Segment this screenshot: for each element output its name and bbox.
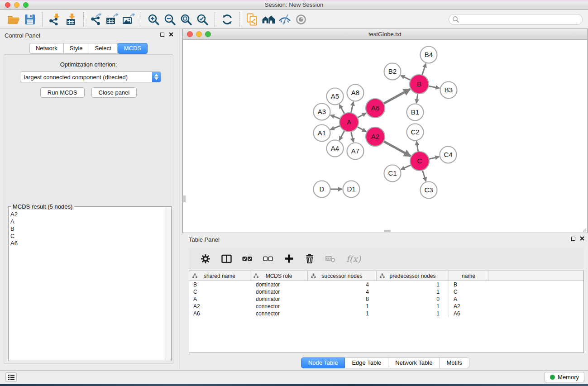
refresh-button[interactable]: [219, 12, 235, 27]
table-cell[interactable]: A6: [189, 310, 250, 317]
table-cell[interactable]: C: [449, 288, 488, 295]
close-panel-button[interactable]: Close panel: [91, 87, 137, 98]
show-graphics-details-button[interactable]: [293, 12, 309, 27]
table-cell[interactable]: A6: [449, 310, 488, 317]
node-B3[interactable]: B3: [440, 82, 457, 99]
open-session-button[interactable]: [5, 12, 22, 27]
node-A2[interactable]: A2: [366, 127, 385, 146]
column-header-successor-nodes[interactable]: successor nodes: [308, 271, 377, 281]
node-B[interactable]: B: [410, 75, 429, 94]
node-C1[interactable]: C1: [384, 165, 401, 182]
run-mcds-button[interactable]: Run MCDS: [40, 87, 85, 98]
table-cell[interactable]: 1: [377, 288, 449, 295]
clone-network-button[interactable]: [244, 12, 260, 27]
node-C[interactable]: C: [410, 152, 429, 171]
split-view-button[interactable]: [216, 250, 237, 268]
table-cell[interactable]: B: [189, 281, 250, 288]
delete-table-button[interactable]: [320, 250, 341, 268]
zoom-out-button[interactable]: [162, 12, 178, 27]
zoom-selected-button[interactable]: [194, 12, 210, 27]
float-panel-icon[interactable]: [160, 33, 164, 37]
function-builder-button[interactable]: f(x): [341, 250, 366, 268]
node-A5[interactable]: A5: [327, 88, 344, 105]
table-cell[interactable]: 1: [308, 310, 377, 317]
table-cell[interactable]: B: [449, 281, 488, 288]
zoom-fit-button[interactable]: [178, 12, 194, 27]
node-C4[interactable]: C4: [440, 147, 457, 163]
mcds-result-item[interactable]: C: [10, 233, 164, 240]
table-row[interactable]: Bdominator41B: [189, 281, 583, 288]
hide-graphics-details-button[interactable]: [277, 12, 293, 27]
column-header-MCDS-role[interactable]: MCDS role: [250, 271, 308, 281]
table-cell[interactable]: 4: [308, 288, 377, 295]
search-input[interactable]: [459, 15, 582, 24]
import-network-button[interactable]: [47, 12, 63, 27]
column-header-predecessor-nodes[interactable]: predecessor nodes: [377, 271, 449, 281]
select-all-button[interactable]: [237, 250, 258, 268]
mcds-result-item[interactable]: B: [10, 225, 164, 233]
export-table-button[interactable]: [104, 12, 120, 27]
result-scrollbar[interactable]: [165, 207, 171, 360]
table-cell[interactable]: dominator: [250, 281, 308, 288]
task-history-button[interactable]: [5, 372, 17, 382]
network-horizontal-scrollbar[interactable]: [384, 230, 391, 232]
tab-network-table[interactable]: Network Table: [388, 357, 440, 368]
table-row[interactable]: Cdominator41C: [189, 288, 583, 295]
table-cell[interactable]: dominator: [250, 295, 308, 303]
home-button[interactable]: [260, 12, 277, 27]
tab-node-table[interactable]: Node Table: [301, 357, 345, 368]
table-cell[interactable]: A2: [449, 303, 488, 310]
node-C3[interactable]: C3: [421, 182, 437, 199]
mcds-result-item[interactable]: A2: [10, 211, 164, 218]
table-row[interactable]: A2connector11A2: [189, 303, 583, 310]
mcds-result-item[interactable]: A: [10, 218, 164, 225]
table-settings-button[interactable]: [195, 250, 216, 268]
table-cell[interactable]: 0: [377, 295, 449, 303]
node-B1[interactable]: B1: [407, 104, 424, 121]
table-cell[interactable]: A: [189, 295, 250, 303]
node-A3[interactable]: A3: [314, 104, 330, 120]
table-cell[interactable]: 1: [377, 303, 449, 310]
column-header-shared-name[interactable]: shared name: [189, 271, 250, 281]
deselect-all-button[interactable]: [258, 250, 278, 268]
import-table-button[interactable]: [63, 12, 79, 27]
close-panel-icon[interactable]: [169, 32, 173, 37]
node-A8[interactable]: A8: [347, 85, 364, 101]
network-window-titlebar[interactable]: testGlobe.txt: [183, 29, 587, 40]
memory-button[interactable]: Memory: [545, 372, 584, 382]
export-image-button[interactable]: [120, 12, 137, 27]
node-A4[interactable]: A4: [327, 140, 344, 157]
node-B2[interactable]: B2: [384, 63, 401, 80]
float-table-panel-icon[interactable]: [571, 237, 575, 241]
node-A7[interactable]: A7: [347, 143, 364, 160]
criterion-select[interactable]: largest connected component (directed): [20, 71, 161, 82]
table-cell[interactable]: A2: [189, 303, 250, 310]
node-A1[interactable]: A1: [314, 125, 330, 142]
network-canvas[interactable]: B4B2BB3B1A5A8A6A3AA1A2C2A4A7C4CC1C3DD1: [183, 40, 587, 233]
table-cell[interactable]: 4: [308, 281, 377, 288]
add-row-button[interactable]: [278, 250, 299, 268]
table-row[interactable]: A6connector11A6: [189, 310, 583, 317]
mcds-result-item[interactable]: A6: [10, 240, 164, 247]
tab-style[interactable]: Style: [64, 43, 89, 54]
table-cell[interactable]: 1: [308, 303, 377, 310]
resize-handle[interactable]: [581, 227, 587, 232]
node-D1[interactable]: D1: [343, 181, 360, 198]
table-cell[interactable]: A: [449, 295, 488, 303]
zoom-in-button[interactable]: [145, 12, 162, 27]
table-cell[interactable]: connector: [250, 303, 308, 310]
node-B4[interactable]: B4: [421, 47, 437, 63]
delete-row-button[interactable]: [299, 250, 320, 268]
table-cell[interactable]: 1: [377, 310, 449, 317]
node-A6[interactable]: A6: [366, 99, 385, 118]
tab-mcds[interactable]: MCDS: [118, 43, 148, 54]
close-table-panel-icon[interactable]: [580, 236, 584, 241]
tab-edge-table[interactable]: Edge Table: [345, 357, 388, 368]
table-cell[interactable]: 8: [308, 295, 377, 303]
node-D[interactable]: D: [314, 181, 330, 198]
table-cell[interactable]: connector: [250, 310, 308, 317]
tab-select[interactable]: Select: [89, 43, 118, 54]
tab-motifs[interactable]: Motifs: [440, 357, 469, 368]
tab-network[interactable]: Network: [29, 43, 64, 54]
network-vertical-scrollbar[interactable]: [183, 195, 186, 202]
